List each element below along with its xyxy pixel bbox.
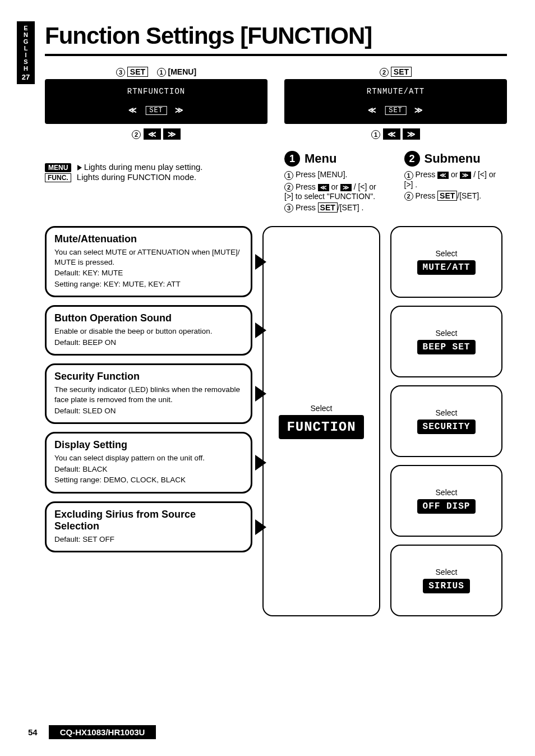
submenu-chip: SIRIUS <box>423 579 470 593</box>
language-tab: ENGLISH 27 <box>17 21 35 84</box>
function-chip: FUNCTION <box>279 415 363 439</box>
arrow-icon <box>255 322 266 338</box>
setting-default: Default: BEEP ON <box>54 338 243 348</box>
submenu-chip: BEEP SET <box>417 340 476 354</box>
below-next-left: ≫ <box>163 128 181 140</box>
side-page: 27 <box>17 74 35 81</box>
select-label: Select <box>436 329 458 338</box>
device-right-lcd: RTNMUTE/ATT <box>367 87 425 96</box>
device-right-prev: ≪ <box>363 104 381 116</box>
model-badge: CQ-HX1083/HR1003U <box>49 725 156 739</box>
submenu-number-icon: 2 <box>404 151 420 167</box>
menu-arrow-icon <box>77 165 82 170</box>
device-left-set: SET <box>145 106 167 115</box>
menu-column: 1 Menu 1 Press [MENU]. 2 Press ≪ or ≫ / … <box>284 151 388 215</box>
device-right-callouts: 2 SET <box>284 67 507 77</box>
submenu-step-1: 1 Press ≪ or ≫ / [<] or [>] . <box>404 170 508 188</box>
setting-body: Enable or disable the beep or button ope… <box>54 326 243 336</box>
submenu-chip: SECURITY <box>417 420 476 434</box>
callout-r1: 1 <box>371 130 380 139</box>
submenu-step-2: 2 Press SET/[SET]. <box>404 191 508 201</box>
setting-default: Default: SLED ON <box>54 406 243 416</box>
device-left-block: 3 SET 1 [MENU] RTNFUNCTION ≪ SET ≫ 2 ≪ ≫ <box>45 67 268 215</box>
title-rule <box>45 54 507 56</box>
device-left-next: ≫ <box>170 104 188 116</box>
menu-badge: MENU <box>45 163 71 172</box>
submenu-security: Select SECURITY <box>390 385 502 457</box>
below-next-right: ≫ <box>403 128 420 140</box>
device-left-below: 2 ≪ ≫ <box>45 128 268 140</box>
menu-heading: Menu <box>305 151 336 166</box>
device-left-callouts: 3 SET 1 [MENU] <box>45 67 268 77</box>
setting-default: Default: KEY: MUTE <box>54 268 243 278</box>
setting-body: You can select MUTE or ATTENUATION when … <box>54 247 243 267</box>
below-prev-right: ≪ <box>383 128 400 140</box>
submenu-offdisp: Select OFF DISP <box>390 465 502 537</box>
settings-column: Mute/Attenuation You can select MUTE or … <box>45 226 252 616</box>
setting-title: Mute/Attenuation <box>54 233 243 245</box>
setting-sirius: Excluding Sirius from Source Selection D… <box>45 501 252 553</box>
lights-menu-row: MENU Lights during menu play setting. <box>45 162 268 172</box>
submenu-chip-column: Select MUTE/ATT Select BEEP SET Select S… <box>390 226 502 616</box>
setting-range: Setting range: KEY: MUTE, KEY: ATT <box>54 279 243 289</box>
device-right-block: 2 SET RTNMUTE/ATT ≪ SET ≫ 1 ≪ ≫ 1 <box>284 67 507 215</box>
setting-security: Security Function The security indicator… <box>45 363 252 424</box>
device-right-set: SET <box>385 106 407 115</box>
lights-func-row: FUNC. Lights during FUNCTION mode. <box>45 172 268 182</box>
arrow-icon <box>255 254 266 270</box>
setting-default: Default: SET OFF <box>54 534 243 545</box>
menu-number-icon: 1 <box>284 151 300 167</box>
callout-set-left: SET <box>127 67 148 77</box>
callout-menu-left: [MENU] <box>168 67 197 76</box>
func-badge: FUNC. <box>45 173 71 182</box>
submenu-chip: MUTE/ATT <box>417 260 476 275</box>
footer: 54 CQ-HX1083/HR1003U <box>28 725 156 739</box>
setting-display: Display Setting You can select display p… <box>45 432 252 494</box>
lights-func-text: Lights during FUNCTION mode. <box>77 172 196 182</box>
callout-set-right: SET <box>391 67 412 77</box>
lights-menu-text: Lights during menu play setting. <box>84 162 203 172</box>
select-label: Select <box>436 568 458 577</box>
submenu-mute: Select MUTE/ATT <box>390 226 502 298</box>
setting-range: Setting range: DEMO, CLOCK, BLACK <box>54 475 243 485</box>
page-title: Function Settings [FUNCTION] <box>45 22 507 49</box>
callout-3: 3 <box>116 68 125 77</box>
device-left: RTNFUNCTION ≪ SET ≫ <box>45 79 268 124</box>
callout-r2: 2 <box>380 68 389 77</box>
callout-1: 1 <box>157 68 166 77</box>
select-label: Select <box>436 249 458 258</box>
function-select-box: Select FUNCTION <box>262 226 380 616</box>
device-left-prev: ≪ <box>124 104 142 116</box>
setting-body: The security indicator (LED) blinks when… <box>54 385 243 404</box>
menu-step-3: 3 Press SET/[SET] . <box>284 203 388 213</box>
setting-title: Display Setting <box>54 439 243 451</box>
arrow-icon <box>255 519 266 535</box>
arrow-icon <box>255 386 266 402</box>
lang-letters: ENGLISH <box>17 25 35 72</box>
submenu-sirius: Select SIRIUS <box>390 545 502 616</box>
submenu-beep: Select BEEP SET <box>390 306 502 377</box>
setting-title: Button Operation Sound <box>54 312 243 324</box>
setting-title: Excluding Sirius from Source Selection <box>54 509 243 532</box>
menu-step-1: 1 Press [MENU]. <box>284 170 388 179</box>
callout-2: 2 <box>132 130 141 139</box>
submenu-chip: OFF DISP <box>417 499 476 514</box>
setting-default: Default: BLACK <box>54 464 243 474</box>
device-right-below: 1 ≪ ≫ <box>284 128 507 140</box>
select-label: Select <box>311 404 333 413</box>
setting-mute: Mute/Attenuation You can select MUTE or … <box>45 226 252 297</box>
setting-title: Security Function <box>54 371 243 382</box>
arrow-icon <box>255 455 266 471</box>
select-label: Select <box>436 408 458 417</box>
setting-beep: Button Operation Sound Enable or disable… <box>45 305 252 356</box>
setting-body: You can select display pattern on the un… <box>54 453 243 463</box>
select-label: Select <box>436 488 458 497</box>
page-number: 54 <box>28 727 38 737</box>
device-right: RTNMUTE/ATT ≪ SET ≫ <box>284 79 507 124</box>
device-right-next: ≫ <box>410 104 428 116</box>
submenu-heading: Submenu <box>425 151 481 166</box>
below-prev-left: ≪ <box>144 128 161 140</box>
submenu-column: 2 Submenu 1 Press ≪ or ≫ / [<] or [>] . … <box>404 151 508 215</box>
device-left-lcd: RTNFUNCTION <box>127 87 185 96</box>
menu-step-2: 2 Press ≪ or ≫ / [<] or [>] to select "F… <box>284 182 388 201</box>
